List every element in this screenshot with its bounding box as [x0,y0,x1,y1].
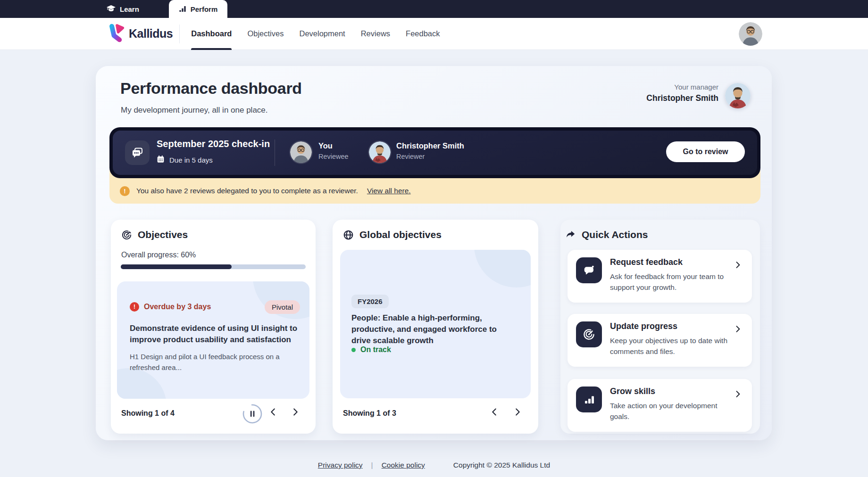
decorative-blob [474,250,531,288]
product-switcher-bar: Learn Perform [0,0,868,18]
global-objectives-title: Global objectives [359,229,442,240]
chevron-right-icon [733,260,743,270]
target-icon [121,230,132,240]
pivotal-tag: Pivotal [265,300,300,314]
tab-learn-label: Learn [120,5,139,13]
quick-action-update-progress[interactable]: Update progress Keep your objectives up … [568,314,752,367]
chevron-right-icon [733,389,743,399]
status-text: On track [360,345,391,354]
nav-item-reviews[interactable]: Reviews [361,18,390,50]
chevron-right-icon [733,324,743,334]
page-title: Performance dashboard [120,79,302,98]
objectives-paging-label: Showing 1 of 4 [121,409,175,418]
chevron-left-icon[interactable] [268,407,278,417]
reviewee-name: You [318,141,349,150]
manager-name: Christopher Smith [646,93,718,103]
reviewer-name: Christopher Smith [396,141,464,150]
chevron-right-icon[interactable] [290,407,300,417]
reviewee-info: You Reviewee [318,141,349,160]
overdue-status: ! Overdue by 3 days [130,302,211,312]
app-header: Kallidus Dashboard Objectives Developmen… [0,18,868,50]
tab-perform[interactable]: Perform [169,0,227,18]
overdue-text: Overdue by 3 days [144,303,211,311]
quick-action-request-feedback[interactable]: Request feedback Ask for feedback from y… [568,250,752,303]
bar-chart-icon [179,5,186,13]
objective-item-card[interactable]: ! Overdue by 3 days Pivotal Demonstrate … [117,281,309,399]
nav-item-development[interactable]: Development [299,18,345,50]
quick-action-desc: Ask for feedback from your team to suppo… [610,271,735,293]
fiscal-year-badge: FY2026 [351,295,389,308]
reviewer-info: Christopher Smith Reviewer [396,141,464,160]
reviewer-avatar [368,140,392,164]
quick-actions-card: Quick Actions Request feedback Ask for f… [560,220,760,434]
objective-description: H1 Design and pilot a UI feedback proces… [130,351,292,373]
calendar-icon [157,155,165,164]
chevron-right-icon[interactable] [512,407,523,417]
go-to-review-button[interactable]: Go to review [666,141,745,162]
objectives-title: Objectives [138,229,188,240]
quick-action-desc: Keep your objectives up to date with com… [610,336,735,357]
banner-divider [275,140,275,166]
dashboard-panel: Performance dashboard My development jou… [96,66,772,440]
carousel-pause-button[interactable] [242,403,263,424]
chat-stack-icon [125,140,150,165]
chevron-left-icon[interactable] [489,407,500,417]
reviewee-role: Reviewee [318,153,349,160]
overall-progress-label: Overall progress: 60% [121,251,196,259]
nav-item-objectives[interactable]: Objectives [247,18,284,50]
objectives-card-header: Objectives [121,229,188,240]
checkin-due: Due in 5 days [157,155,213,164]
quick-action-desc: Take action on your development goals. [610,401,735,422]
quick-action-grow-skills[interactable]: Grow skills Take action on your developm… [568,379,752,432]
cookie-policy-link[interactable]: Cookie policy [382,461,425,469]
alert-row: ! You also have 2 reviews delegated to y… [109,178,760,204]
objectives-card: Objectives Overall progress: 60% ! Overd… [111,220,316,434]
checkin-banner: September 2025 check-in Due in 5 days Yo… [109,127,760,178]
target-icon [576,321,602,347]
forward-arrow-icon [565,230,576,240]
privacy-policy-link[interactable]: Privacy policy [318,461,363,469]
checkin-banner-inner: September 2025 check-in Due in 5 days Yo… [113,131,757,175]
globe-icon [343,230,354,240]
quick-actions-header: Quick Actions [565,229,648,240]
main-nav: Dashboard Objectives Development Reviews… [191,18,440,50]
bar-chart-icon [576,387,602,412]
global-objective-title: People: Enable a high-performing, produc… [351,313,517,346]
quick-action-title: Update progress [610,321,677,331]
checkin-title: September 2025 check-in [157,139,270,149]
objective-title: Demonstrate evidence of using UI insight… [130,323,298,345]
global-paging-label: Showing 1 of 3 [343,409,396,418]
quick-action-title: Request feedback [610,257,683,267]
brand-wordmark: Kallidus [129,27,173,41]
user-avatar[interactable] [739,22,762,46]
page-footer: Privacy policy | Cookie policy Copyright… [0,461,868,469]
nav-item-dashboard[interactable]: Dashboard [191,18,232,50]
global-objective-item-card[interactable]: FY2026 People: Enable a high-performing,… [340,250,531,398]
quick-actions-title: Quick Actions [582,229,648,240]
progress-bar-fill [121,264,232,269]
manager-label: Your manager [646,83,718,91]
kallidus-brand[interactable]: Kallidus [108,24,173,44]
progress-bar [121,264,306,269]
kallidus-logo-icon [108,24,125,44]
reviewee-avatar [289,140,313,164]
chat-bubble-icon [576,257,602,283]
nav-item-feedback[interactable]: Feedback [406,18,440,50]
reviewer-role: Reviewer [396,153,464,160]
manager-info: Your manager Christopher Smith [646,83,718,103]
footer-separator: | [371,461,373,469]
checkin-due-text: Due in 5 days [169,156,213,164]
view-all-link[interactable]: View all here. [367,187,411,195]
on-track-dot-icon [351,348,356,352]
quick-action-title: Grow skills [610,387,655,396]
copyright-text: Copyright © 2025 Kallidus Ltd [453,461,550,469]
tab-learn[interactable]: Learn [107,0,139,18]
global-card-header: Global objectives [343,229,442,240]
global-objectives-card: Global objectives FY2026 People: Enable … [333,220,538,434]
graduation-cap-icon [107,5,116,13]
manager-avatar [725,83,751,108]
warning-icon: ! [120,186,130,196]
status-row: On track [351,345,391,354]
header-divider [179,25,180,43]
overdue-alert-icon: ! [130,302,139,312]
